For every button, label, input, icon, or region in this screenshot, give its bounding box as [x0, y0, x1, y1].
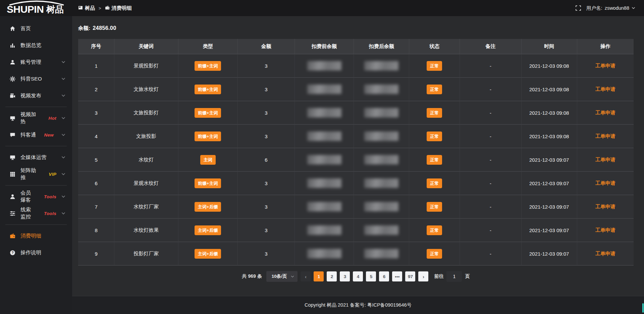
sidebar-item-member-burst[interactable]: 会员爆客Tools	[0, 188, 72, 205]
cell-balance-before	[295, 124, 354, 148]
sidebar-item-consumption-detail[interactable]: 消费明细	[0, 227, 72, 244]
ticket-apply-link[interactable]: 工单申请	[595, 227, 615, 233]
sidebar-item-video-heat[interactable]: 视频加热Hot	[0, 110, 72, 126]
ticket-apply-link[interactable]: 工单申请	[595, 180, 615, 186]
prev-page-button[interactable]: ‹	[301, 271, 311, 281]
page-button-5[interactable]: 5	[366, 271, 376, 281]
masked-value	[307, 202, 341, 211]
ticket-apply-link[interactable]: 工单申请	[595, 204, 615, 209]
type-badge: 主词+后缀	[195, 225, 221, 235]
sidebar-item-douketong[interactable]: 抖客通New	[0, 126, 72, 143]
page-ellipsis-button[interactable]: •••	[392, 271, 402, 281]
ticket-apply-link[interactable]: 工单申请	[595, 133, 615, 139]
table-row: 3文旅投影灯前缀+主词3正常-2021-12-03 09:08工单申请	[78, 101, 634, 124]
sidebar-item-label: 抖客通	[20, 132, 36, 139]
sidebar-item-label: 矩阵助推	[20, 167, 41, 181]
ticket-apply-link[interactable]: 工单申请	[595, 63, 615, 68]
ticket-apply-link[interactable]: 工单申请	[595, 251, 615, 256]
cell-amount: 3	[237, 242, 295, 265]
gear-icon	[10, 76, 15, 82]
cell-index: 2	[78, 77, 114, 101]
sidebar-item-account-management[interactable]: 账号管理	[0, 54, 72, 70]
member-icon	[10, 194, 15, 200]
cell-balance-after	[354, 124, 409, 148]
page-size-select[interactable]: 10条/页	[266, 271, 298, 282]
goto-page-input[interactable]	[446, 271, 462, 282]
cell-keyword: 景观水纹灯	[114, 171, 178, 195]
page-button-4[interactable]: 4	[353, 271, 363, 281]
cell-balance-after	[354, 148, 409, 171]
sidebar-item-all-media-operation[interactable]: 全媒体运营	[0, 149, 72, 166]
sidebar-divider	[5, 107, 67, 107]
pagination: 共 969 条 10条/页 ‹ 123456•••97 › 前往 页	[78, 271, 634, 282]
home-icon	[10, 26, 15, 32]
scrollbar-thumb[interactable]	[642, 303, 644, 313]
cell-type: 主词+后缀	[178, 218, 237, 242]
page-button-3[interactable]: 3	[340, 271, 350, 281]
cell-status: 正常	[409, 54, 460, 77]
table-row: 1景观投影灯前缀+主词3正常-2021-12-03 09:08工单申请	[78, 54, 634, 77]
ticket-apply-link[interactable]: 工单申请	[595, 86, 615, 92]
sidebar-item-lead-monitor[interactable]: 线索监控Tools	[0, 205, 72, 222]
sidebar-item-label: 视频加热	[20, 111, 41, 125]
sidebar-divider	[5, 185, 67, 186]
sidebar-item-label: 视频发布	[20, 92, 41, 99]
sidebar-item-label: 账号管理	[20, 59, 41, 66]
chevron-down-icon	[61, 212, 65, 215]
table-row: 7水纹灯厂家主词+后缀3正常-2021-12-03 09:07工单申请	[78, 195, 634, 218]
sidebar-item-matrix-boost[interactable]: 矩阵助推VIP	[0, 166, 72, 182]
user-menu[interactable]: 用户名: zswodun88	[586, 5, 635, 11]
cell-keyword: 文旅水纹灯	[114, 77, 178, 101]
next-page-button[interactable]: ›	[418, 271, 428, 281]
cell-keyword: 水纹灯厂家	[114, 195, 178, 218]
cell-index: 5	[78, 148, 114, 171]
type-badge: 前缀+主词	[195, 178, 221, 188]
masked-value	[307, 108, 341, 117]
page-button-1[interactable]: 1	[314, 271, 324, 281]
cell-amount: 6	[237, 148, 295, 171]
ticket-apply-link[interactable]: 工单申请	[595, 157, 615, 162]
sidebar-item-home[interactable]: 首页	[0, 20, 72, 37]
breadcrumb-current[interactable]: 消费明细	[105, 5, 132, 11]
masked-value	[364, 132, 398, 141]
masked-value	[307, 178, 341, 188]
ticket-apply-link[interactable]: 工单申请	[595, 110, 615, 115]
sidebar-item-operation-guide[interactable]: ?操作说明	[0, 244, 72, 261]
app-logo: SHUPIN 树品	[0, 0, 72, 16]
fullscreen-icon[interactable]	[576, 5, 581, 11]
cell-amount: 3	[237, 171, 295, 195]
sidebar-item-label: 数据总览	[20, 42, 41, 49]
cell-remark: -	[460, 101, 522, 124]
cell-remark: -	[460, 218, 522, 242]
video-camera-icon	[10, 93, 15, 99]
sidebar-item-douyin-seo[interactable]: 抖音SEO	[0, 70, 72, 87]
cell-keyword: 景观投影灯	[114, 54, 178, 77]
cell-type: 主词+后缀	[178, 195, 237, 218]
user-icon	[10, 59, 15, 65]
topbar-right: 用户名: zswodun88	[576, 5, 644, 11]
status-badge: 正常	[427, 225, 442, 235]
column-header-1: 关键词	[114, 39, 178, 54]
table-row: 9投影灯厂家主词+后缀3正常-2021-12-03 09:07工单申请	[78, 242, 634, 265]
sidebar-item-label: 全媒体运营	[20, 154, 47, 161]
cell-remark: -	[460, 54, 522, 77]
type-badge: 前缀+主词	[195, 108, 221, 118]
sidebar-item-video-publish[interactable]: 视频发布	[0, 87, 72, 104]
page-button-97[interactable]: 97	[405, 271, 415, 281]
consumption-table: 序号关键词类型金额扣费前余额扣费后余额状态备注时间操作 1景观投影灯前缀+主词3…	[78, 39, 634, 266]
masked-value	[364, 202, 398, 211]
masked-value	[307, 155, 341, 164]
page-button-2[interactable]: 2	[327, 271, 337, 281]
table-body: 1景观投影灯前缀+主词3正常-2021-12-03 09:08工单申请2文旅水纹…	[78, 54, 634, 265]
sidebar-item-label: 首页	[20, 25, 31, 32]
breadcrumb-home[interactable]: 树品	[78, 5, 95, 11]
sidebar-item-data-overview[interactable]: 数据总览	[0, 37, 72, 54]
page-button-6[interactable]: 6	[379, 271, 389, 281]
masked-value	[307, 61, 341, 70]
cell-type: 主词	[178, 148, 237, 171]
cell-index: 4	[78, 124, 114, 148]
table-header-row: 序号关键词类型金额扣费前余额扣费后余额状态备注时间操作	[78, 39, 634, 54]
cell-balance-after	[354, 101, 409, 124]
cell-action: 工单申请	[577, 124, 634, 148]
chevron-down-icon	[632, 7, 635, 9]
